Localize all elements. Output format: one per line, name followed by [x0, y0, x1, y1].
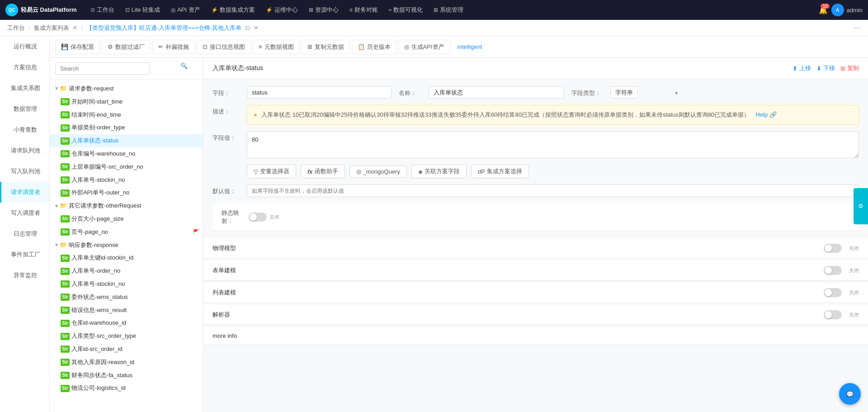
- variable-selector-btn[interactable]: ▽ 变量选择器: [247, 165, 296, 178]
- mongo-query-btn[interactable]: ◎ _mongoQuery: [349, 166, 407, 178]
- sidebar-item-info[interactable]: 方案信息: [0, 57, 49, 78]
- tree-field-src-order-type[interactable]: Str 入库类型-src_order_type: [50, 330, 203, 343]
- name-value-input[interactable]: [429, 86, 564, 99]
- tree-field-page-no[interactable]: Str 页号-page_no 🚩: [50, 226, 203, 239]
- nav-finance[interactable]: ≡ 财务对账: [345, 0, 382, 20]
- nav-sysadmin[interactable]: ⊞ 系统管理: [429, 0, 468, 20]
- function-helper-btn[interactable]: fx 函数助手: [301, 165, 345, 178]
- user-menu[interactable]: A admin: [831, 4, 863, 16]
- nav-lite[interactable]: ⊡ Lite 轻集成: [121, 0, 165, 20]
- tab-interface-view[interactable]: ⊡ 接口信息视图: [197, 40, 251, 54]
- tab-copy-meta[interactable]: ⊞ 复制元数据: [302, 40, 350, 54]
- section-form-toggle[interactable]: [824, 266, 842, 275]
- action-copy[interactable]: ⊞ 复制: [840, 64, 859, 72]
- settings-edge-btn[interactable]: ⚙: [854, 188, 868, 224]
- section-physical-toggle[interactable]: [824, 244, 842, 253]
- chat-assistant-btn[interactable]: 💬: [839, 383, 861, 405]
- nav-workbench[interactable]: ⊙ 工作台: [86, 0, 119, 20]
- sidebar-item-writepool[interactable]: 写入队列池: [0, 161, 49, 182]
- sidebar-item-relation[interactable]: 集成关系图: [0, 78, 49, 99]
- sidebar-item-datamanage[interactable]: 数据管理: [0, 99, 49, 119]
- tree-folder-other-request[interactable]: ▼ 📁 其它请求参数-otherRequest: [50, 199, 203, 213]
- tab-data-filter[interactable]: ⚙ 数据过滤厂: [102, 40, 151, 54]
- section-form-model: 表单建模 关闭: [203, 260, 868, 281]
- tab-save-config[interactable]: 💾 保存配置: [55, 40, 100, 54]
- field-value-textarea[interactable]: 80: [247, 131, 859, 158]
- action-up[interactable]: ⬆ 上移: [793, 64, 811, 72]
- notification-bell[interactable]: 🔔 10: [817, 4, 830, 16]
- tree-field-status[interactable]: Str 入库单状态-status: [50, 134, 203, 147]
- folder-icon: 📁: [60, 201, 67, 211]
- tree-field-warehouse-id[interactable]: Str 仓库id-warehouse_id: [50, 317, 203, 330]
- tab-history[interactable]: 📋 历史版本: [352, 40, 396, 54]
- sidebar-item-writescheduler[interactable]: 写入调度者: [0, 203, 49, 223]
- tree-field-wms-status[interactable]: Str 委外状态-wms_status: [50, 291, 203, 304]
- tab-intelligent[interactable]: intelligent: [452, 41, 488, 53]
- breadcrumb-current[interactable]: 【类型退货预入库】旺店通-入库单管理==>仓蜂-其他入库单 ⊡ ✕: [86, 24, 259, 32]
- breadcrumb-more[interactable]: ⋯: [854, 24, 861, 32]
- default-value-input[interactable]: [247, 185, 859, 197]
- section-list-header[interactable]: 列表建模 关闭: [203, 283, 868, 303]
- sidebar-item-reqpool[interactable]: 请求队列池: [0, 140, 49, 161]
- nav-ops[interactable]: ⚡ 运维中心: [261, 0, 302, 20]
- search-box: 🔍: [50, 58, 203, 80]
- static-map-toggle[interactable]: [249, 213, 267, 222]
- nav-api[interactable]: ◎ API 资产: [166, 0, 205, 20]
- tree-field-order-type[interactable]: Str 单据类别-order_type: [50, 121, 203, 134]
- breadcrumb-current-x[interactable]: ✕: [254, 24, 259, 31]
- tab-gen-api[interactable]: ◎ 生成API资产: [398, 40, 450, 54]
- tree-field-wms-result[interactable]: Str 错误信息-wms_result: [50, 304, 203, 317]
- section-parser-header[interactable]: 解析器 关闭: [203, 305, 868, 325]
- help-link[interactable]: Help: [755, 111, 768, 118]
- sidebar-item-qingcha[interactable]: 小青查数: [0, 119, 49, 140]
- field-value-input[interactable]: [247, 86, 392, 99]
- sidebar-item-eventfactory[interactable]: 事件加工厂: [0, 244, 49, 265]
- related-field-btn[interactable]: ◈ 关联方案字段: [411, 165, 467, 178]
- breadcrumb-workbench[interactable]: 工作台: [7, 24, 25, 32]
- section-form-header[interactable]: 表单建模 关闭: [203, 260, 868, 280]
- app-logo[interactable]: QC 轻易云 DataPlatform: [5, 4, 77, 16]
- tree-field-warehouse-no[interactable]: Str 仓库编号-warehouse_no: [50, 147, 203, 161]
- integration-select-btn[interactable]: dP 集成方案选择: [471, 165, 529, 178]
- field-editor: 入库单状态-status ⬆ 上移 ⬇ 下移 ⊞ 复制: [203, 58, 868, 412]
- tree-folder-request[interactable]: ▼ 📁 请求参数-request: [50, 82, 203, 95]
- tree-field-src-order-id[interactable]: Str 入库id-src_order_id: [50, 343, 203, 356]
- breadcrumb-list[interactable]: 集成方案列表 ✕: [34, 24, 78, 32]
- breadcrumb-current-close[interactable]: ⊡: [245, 24, 250, 31]
- action-down[interactable]: ⬇ 下移: [816, 64, 835, 72]
- tree-folder-response[interactable]: ▼ 📁 响应参数-response: [50, 239, 203, 252]
- tree-field-stockin-no[interactable]: Str 入库单号-stockin_no: [50, 174, 203, 187]
- tab-meta-view[interactable]: ≡ 元数据视图: [253, 40, 300, 54]
- search-input[interactable]: [55, 62, 150, 75]
- section-list-toggle[interactable]: [824, 288, 842, 297]
- tree-field-stockin-id[interactable]: Str 入库单主键id-stockin_id: [50, 251, 203, 265]
- tree-field-start-time[interactable]: Str 开始时间-start_time: [50, 95, 203, 109]
- sidebar-item-overview[interactable]: 运行概况: [0, 36, 49, 57]
- tab-remedy[interactable]: ✏ 补漏措施: [152, 40, 195, 54]
- tree-field-order-no[interactable]: Str 入库单号-order_no: [50, 265, 203, 278]
- nav-data-integration[interactable]: ⚡ 数据集成方案: [207, 0, 259, 20]
- tree-field-end-time[interactable]: Str 结束时间-end_time: [50, 109, 203, 122]
- tree-field-page-size[interactable]: Str 分页大小-page_size: [50, 213, 203, 226]
- nav-dataviz[interactable]: ≈ 数据可视化: [384, 0, 428, 20]
- tree-field-stockin-no2[interactable]: Str 入库单号-stockin_no: [50, 278, 203, 291]
- section-physical-status: 关闭: [849, 245, 859, 252]
- sidebar: 运行概况 方案信息 集成关系图 数据管理 小青查数 请求队列池 写入队列池 请求…: [0, 36, 50, 412]
- sidebar-item-reqscheduler[interactable]: 请求调度者: [0, 182, 49, 203]
- nav-resources[interactable]: ⊞ 资源中心: [304, 0, 343, 20]
- sidebar-item-logs[interactable]: 日志管理: [0, 223, 49, 244]
- type-select[interactable]: 字符串 整数 浮点数 布尔值: [610, 86, 638, 99]
- tree-field-reason-id[interactable]: Str 其他入库原因-reason_id: [50, 356, 203, 369]
- tree-field-fa-status[interactable]: Str 财务同步状态-fa_status: [50, 369, 203, 382]
- section-more-header[interactable]: more info: [203, 327, 868, 345]
- logo-icon: QC: [5, 4, 18, 16]
- breadcrumb-list-close[interactable]: ✕: [72, 24, 77, 31]
- filter-icon: ⚙: [108, 43, 113, 50]
- tree-field-outer-no[interactable]: Str 外部API单号-outer_no: [50, 186, 203, 199]
- section-physical-header[interactable]: 物理模型 关闭: [203, 238, 868, 258]
- tree-field-src-order-no[interactable]: Str 上层单据编号-src_order_no: [50, 161, 203, 174]
- sidebar-item-exception[interactable]: 异常监控: [0, 265, 49, 286]
- section-parser-toggle[interactable]: [824, 310, 842, 319]
- section-form-status: 关闭: [849, 267, 859, 274]
- tree-field-logistics-id[interactable]: Str 物流公司-logistics_id: [50, 382, 203, 395]
